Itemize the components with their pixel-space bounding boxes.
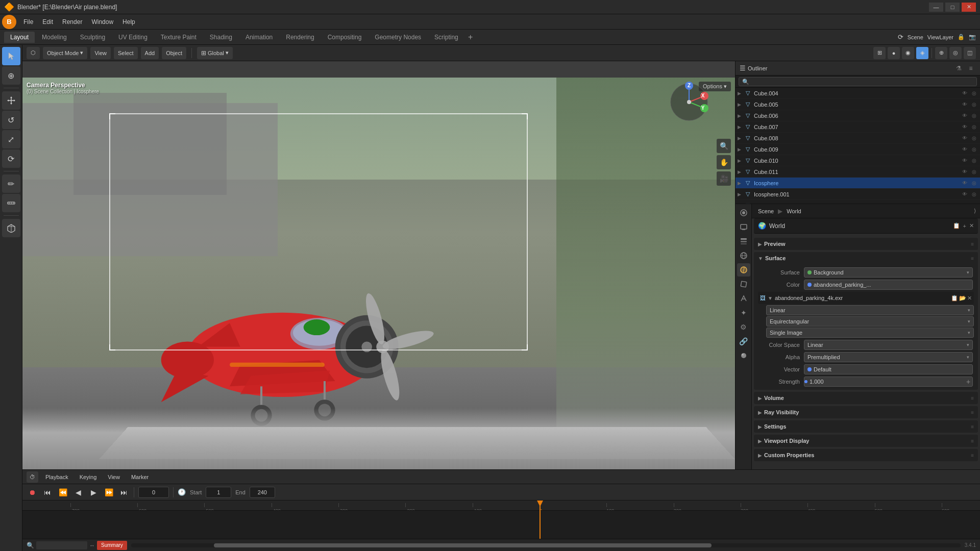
tab-animation[interactable]: Animation [239, 32, 279, 43]
transform-tool-button[interactable]: ⟳ [2, 149, 20, 168]
table-row[interactable]: ▶ ▽ Cube.008 👁 ◎ [736, 133, 980, 144]
constraints-props-button[interactable]: 🔗 [737, 335, 750, 348]
cursor-tool-button[interactable]: ⊕ [2, 66, 20, 85]
tab-uv-editing[interactable]: UV Editing [112, 32, 154, 43]
physics-props-button[interactable]: ⚙ [737, 320, 750, 334]
world-nav-item[interactable]: World [785, 207, 803, 215]
table-row[interactable]: ▶ ▽ Icosphere 👁 ◎ [736, 178, 980, 189]
render-shading-button[interactable]: ◈ [916, 47, 928, 59]
editor-type-button[interactable]: ⬡ [27, 47, 40, 59]
table-row[interactable]: ▶ ▽ Cube.005 👁 ◎ [736, 99, 980, 110]
minimize-button[interactable]: — [929, 3, 943, 12]
eye-icon[interactable]: 👁 [961, 89, 969, 97]
camera-view-button[interactable]: 🎥 [717, 171, 731, 186]
navigation-gizmo[interactable]: X Y Z [669, 82, 709, 122]
preview-section-header[interactable]: ▶ Preview ≡ [754, 238, 978, 250]
mode-select-button[interactable]: Object Mode ▾ [43, 47, 87, 59]
outliner-search-input[interactable] [739, 77, 977, 86]
add-menu-button[interactable]: Add [141, 47, 159, 59]
viewport-canvas[interactable]: Camera Perspective (0) Scene Collection … [22, 78, 735, 469]
viewport-display-section-header[interactable]: ▶ Viewport Display ≡ [754, 435, 978, 447]
table-row[interactable]: ▶ ▽ Cube.009 👁 ◎ [736, 144, 980, 155]
transform-space-button[interactable]: ⊞ Global ▾ [197, 47, 233, 59]
jump-end-button[interactable]: ⏭ [118, 487, 130, 498]
world-new-button[interactable]: 📋 [953, 222, 960, 229]
render-eye-icon[interactable]: ◎ [970, 168, 978, 176]
color-space-dropdown[interactable]: Linear ▾ [804, 340, 973, 350]
texture-open-button[interactable]: 📂 [959, 295, 966, 302]
measure-tool-button[interactable] [2, 194, 20, 212]
tab-rendering[interactable]: Rendering [280, 32, 320, 43]
eye-icon[interactable]: 👁 [961, 179, 969, 187]
gizmo-toggle-button[interactable]: ⊕ [935, 47, 947, 59]
table-row[interactable]: ▶ ▽ Cube.006 👁 ◎ [736, 110, 980, 121]
world-props-button[interactable] [737, 263, 750, 277]
record-button[interactable]: ⏺ [27, 487, 38, 498]
playhead[interactable] [540, 500, 541, 539]
playback-menu-button[interactable]: Playback [41, 473, 72, 481]
eye-icon[interactable]: 👁 [961, 101, 969, 109]
scale-tool-button[interactable]: ⤢ [2, 130, 20, 148]
world-copy-button[interactable]: + [963, 223, 966, 229]
pan-button[interactable]: ✋ [717, 155, 731, 169]
timeline-track[interactable]: -700 -600 -500 -400 -300 -200 -100 0 100… [22, 500, 980, 539]
jump-start-button[interactable]: ⏮ [42, 487, 53, 498]
render-eye-icon[interactable]: ◎ [970, 134, 978, 142]
tab-geometry-nodes[interactable]: Geometry Nodes [369, 32, 427, 43]
maximize-button[interactable]: □ [945, 3, 960, 12]
eye-icon[interactable]: 👁 [961, 123, 969, 131]
linear-dropdown[interactable]: Linear ▾ [766, 305, 974, 315]
tab-modeling[interactable]: Modeling [36, 32, 73, 43]
custom-props-section-header[interactable]: ▶ Custom Properties ≡ [754, 449, 978, 461]
eye-icon[interactable]: 👁 [961, 134, 969, 142]
menu-edit[interactable]: Edit [38, 17, 57, 27]
table-row[interactable]: ▶ ▽ Cube.010 👁 ◎ [736, 155, 980, 166]
view-menu-button-tl[interactable]: View [104, 473, 124, 481]
eye-icon[interactable]: 👁 [961, 190, 969, 198]
start-frame-input[interactable]: 1 [206, 487, 231, 498]
timeline-scrollbar[interactable] [131, 543, 961, 547]
strength-value-input[interactable]: 1.000 + [804, 377, 973, 387]
render-eye-icon[interactable]: ◎ [970, 157, 978, 165]
solid-shading-button[interactable]: ● [888, 47, 900, 59]
scene-props-button[interactable] [737, 249, 750, 262]
tab-texture-paint[interactable]: Texture Paint [155, 32, 203, 43]
timeline-editor-type-button[interactable]: ⏱ [27, 471, 38, 483]
timeline-search-input[interactable] [36, 541, 87, 549]
add-cube-button[interactable] [2, 219, 20, 237]
annotate-tool-button[interactable]: ✏ [2, 174, 20, 193]
vector-value-button[interactable]: Default [804, 364, 973, 374]
current-frame-display[interactable]: 0 [138, 487, 169, 498]
viewport-area[interactable]: Camera Perspective (0) Scene Collection … [22, 61, 735, 469]
table-row[interactable]: ▶ ▽ Cube.007 👁 ◎ [736, 121, 980, 133]
table-row[interactable]: ▶ ▽ Icosphere.001 👁 ◎ [736, 189, 980, 200]
volume-section-header[interactable]: ▶ Volume ≡ [754, 392, 978, 404]
render-eye-icon[interactable]: ◎ [970, 112, 978, 120]
render-eye-icon[interactable]: ◎ [970, 190, 978, 198]
particles-props-button[interactable]: ✦ [737, 306, 750, 319]
equirectangular-dropdown[interactable]: Equirectangular ▾ [766, 316, 974, 327]
surface-type-dropdown[interactable]: Background ▾ [804, 267, 973, 278]
menu-render[interactable]: Render [58, 17, 86, 27]
output-props-button[interactable] [737, 220, 750, 234]
eye-icon[interactable]: 👁 [961, 112, 969, 120]
select-tool-button[interactable] [2, 47, 20, 65]
eye-icon[interactable]: 👁 [961, 157, 969, 165]
tab-layout[interactable]: Layout [4, 32, 35, 43]
play-reverse-button[interactable]: ◀ [72, 487, 84, 498]
add-workspace-button[interactable]: + [465, 32, 476, 42]
outliner-filter-button[interactable]: ⚗ [953, 63, 964, 73]
ray-visibility-section-header[interactable]: ▶ Ray Visibility ≡ [754, 406, 978, 418]
tab-scripting[interactable]: Scripting [428, 32, 464, 43]
world-delete-button[interactable]: ✕ [969, 222, 974, 229]
outliner-view-button[interactable]: ≡ [966, 63, 976, 73]
render-eye-icon[interactable]: ◎ [970, 145, 978, 154]
eye-icon[interactable]: 👁 [961, 202, 969, 204]
eye-icon[interactable]: 👁 [961, 145, 969, 154]
texture-delete-button[interactable]: ✕ [967, 295, 972, 302]
render-eye-icon[interactable]: ◎ [970, 202, 978, 204]
summary-button[interactable]: Summary [97, 541, 127, 550]
texture-new-button[interactable]: 📋 [951, 295, 958, 302]
menu-window[interactable]: Window [87, 17, 117, 27]
render-props-button[interactable] [737, 206, 750, 219]
